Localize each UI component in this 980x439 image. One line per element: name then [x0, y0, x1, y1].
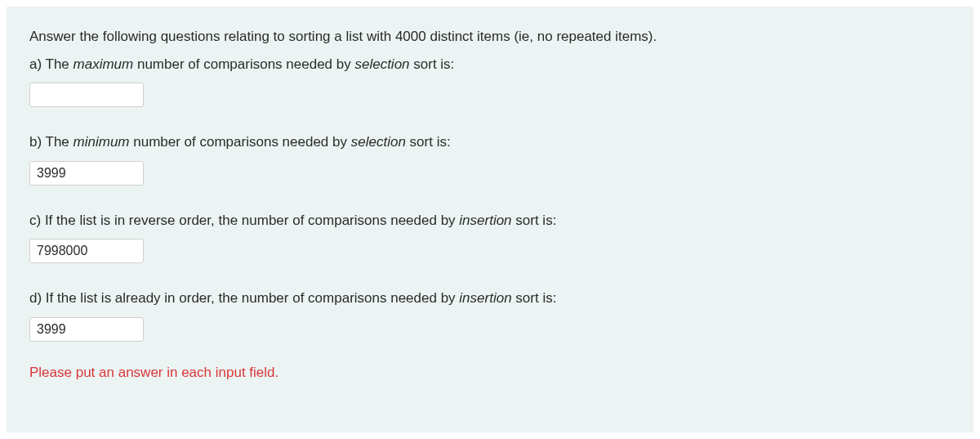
question-a: a) The maximum number of comparisons nee… — [29, 54, 951, 75]
question-container: Answer the following questions relating … — [7, 7, 973, 432]
answer-input-a[interactable] — [29, 83, 144, 107]
question-a-em2: selection — [354, 56, 409, 72]
question-a-mid: number of comparisons needed by — [133, 56, 354, 72]
answer-input-d[interactable] — [29, 317, 144, 342]
question-b-prefix: b) The — [29, 134, 74, 150]
question-b-em2: selection — [351, 134, 406, 150]
intro-text: Answer the following questions relating … — [29, 26, 951, 47]
question-c: c) If the list is in reverse order, the … — [29, 210, 951, 231]
question-b-em1: minimum — [74, 134, 130, 150]
question-c-em1: insertion — [459, 213, 511, 228]
question-c-prefix: c) If the list is in reverse order, the … — [29, 213, 459, 228]
question-d-em1: insertion — [459, 290, 511, 306]
error-message: Please put an answer in each input field… — [29, 365, 951, 381]
question-b-mid: number of comparisons needed by — [130, 134, 351, 150]
question-a-prefix: a) The — [29, 56, 74, 72]
question-d-suffix: sort is: — [512, 290, 557, 306]
question-b: b) The minimum number of comparisons nee… — [29, 132, 951, 153]
question-d: d) If the list is already in order, the … — [29, 288, 951, 309]
answer-input-c[interactable] — [29, 239, 144, 263]
question-c-suffix: sort is: — [512, 213, 557, 228]
question-a-em1: maximum — [74, 56, 134, 72]
question-d-prefix: d) If the list is already in order, the … — [29, 290, 459, 306]
answer-input-b[interactable] — [29, 161, 144, 186]
question-b-suffix: sort is: — [406, 134, 451, 150]
question-a-suffix: sort is: — [410, 56, 455, 72]
